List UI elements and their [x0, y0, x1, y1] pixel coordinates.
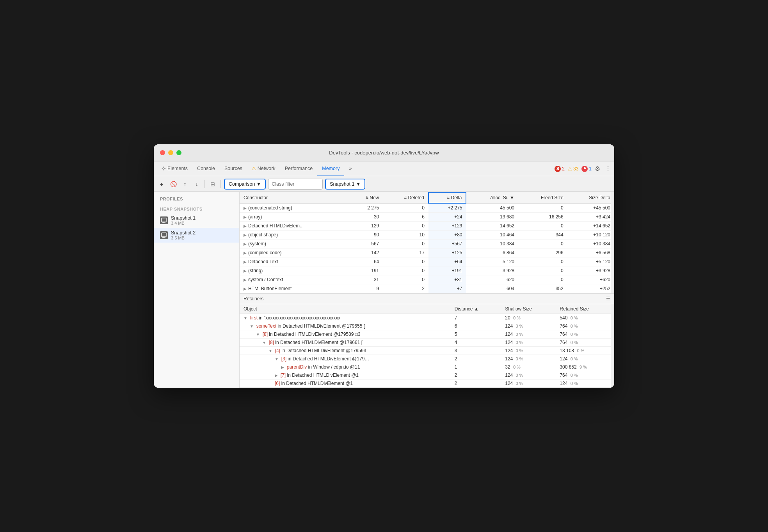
table-row[interactable]: ▶(string) 191 0 +191 3 928 0 +3 928 [240, 266, 614, 275]
expand-arrow[interactable]: ▶ [244, 278, 247, 282]
retainers-row[interactable]: [6] in Detached HTMLDivElement @1 2 124 … [240, 379, 614, 388]
titlebar: DevTools - codepen.io/web-dot-dev/live/L… [154, 144, 614, 161]
tab-memory[interactable]: Memory [317, 161, 344, 176]
col-delta[interactable]: # Delta [428, 192, 466, 203]
tab-icons: ⚙ ⋮ [595, 165, 611, 172]
clear-button[interactable]: 🚫 [169, 179, 178, 189]
maximize-button[interactable] [176, 150, 181, 155]
ret-expand-arrow[interactable]: ▼ [268, 349, 274, 353]
shallow-pct: 0 % [516, 381, 523, 386]
retainers-row[interactable]: ▶ parentDiv in Window / cdpn.io @11 1 32… [240, 363, 614, 371]
upload-button[interactable]: ↑ [180, 179, 190, 189]
cell-alloc: 6 864 [466, 248, 518, 257]
retainers-row[interactable]: ▼ [8] in Detached HTMLDivElement @179589… [240, 330, 614, 339]
cell-distance: 2 [451, 371, 501, 379]
col-constructor[interactable]: Constructor [240, 192, 349, 203]
ret-expand-arrow[interactable]: ▼ [244, 316, 249, 320]
ret-key: [3] [281, 356, 286, 362]
col-freed[interactable]: Freed Size [518, 192, 567, 203]
close-button[interactable] [160, 150, 165, 155]
ret-rest: in Detached HTMLDivElement @179593 [280, 348, 366, 353]
cell-freed: 0 [518, 239, 567, 248]
record-button[interactable]: ● [157, 179, 166, 189]
retainers-row[interactable]: ▼ first in "xxxxxxxxxxxxxxxxxxxxxxxxxxxx… [240, 314, 614, 322]
settings-icon[interactable]: ⚙ [595, 165, 600, 172]
col-size-delta[interactable]: Size Delta [567, 192, 614, 203]
table-row[interactable]: ▶(compiled code) 142 17 +125 6 864 296 +… [240, 248, 614, 257]
col-deleted[interactable]: # Deleted [383, 192, 428, 203]
table-row[interactable]: ▶(concatenated string) 2 275 0 +2 275 45… [240, 203, 614, 213]
ret-col-shallow[interactable]: Shallow Size [501, 304, 556, 314]
settings-button[interactable]: ⊟ [208, 179, 217, 189]
table-row[interactable]: ▶(system) 567 0 +567 10 384 0 +10 384 [240, 239, 614, 248]
retainers-row[interactable]: ▼ [3] in Detached HTMLDivElement @179… 2… [240, 355, 614, 363]
ret-expand-arrow[interactable]: ▶ [281, 365, 285, 369]
snapshot-icon-2 [160, 231, 168, 239]
scrollbar-right[interactable] [611, 192, 614, 293]
ret-col-distance[interactable]: Distance ▲ [451, 304, 501, 314]
ret-expand-arrow[interactable]: ▶ [275, 373, 279, 378]
cell-object: ▶ [7] in Detached HTMLDivElement @1 [240, 371, 451, 379]
expand-arrow[interactable]: ▶ [244, 260, 247, 264]
expand-arrow[interactable]: ▶ [244, 251, 247, 255]
download-button[interactable]: ↓ [192, 179, 201, 189]
col-new[interactable]: # New [349, 192, 383, 203]
cell-alloc: 10 464 [466, 231, 518, 239]
tab-elements[interactable]: ⊹ Elements [157, 161, 192, 176]
table-row[interactable]: ▶(array) 30 6 +24 19 680 16 256 +3 424 [240, 213, 614, 222]
info-badge-circle: ⚑ [581, 166, 588, 172]
ret-expand-arrow[interactable]: ▼ [250, 324, 255, 328]
ret-rest: in Detached HTMLDivElement @179589 □3 [268, 332, 361, 337]
table-row[interactable]: ▶Detached HTMLDivElem... 129 0 +129 14 6… [240, 222, 614, 231]
retainers-row[interactable]: ▼ [4] in Detached HTMLDivElement @179593… [240, 347, 614, 355]
svg-rect-3 [162, 233, 166, 237]
cell-size-delta: +6 568 [567, 248, 614, 257]
more-icon[interactable]: ⋮ [605, 165, 611, 172]
table-row[interactable]: ▶Detached Text 64 0 +64 5 120 0 +5 120 [240, 257, 614, 266]
ret-expand-arrow[interactable]: ▼ [256, 332, 261, 337]
ret-col-object[interactable]: Object [240, 304, 451, 314]
retained-pct: 0 % [571, 332, 578, 337]
minimize-button[interactable] [168, 150, 173, 155]
retainers-scrollbar[interactable] [611, 304, 614, 388]
tab-sources[interactable]: Sources [220, 161, 247, 176]
cell-alloc: 604 [466, 284, 518, 293]
expand-arrow[interactable]: ▶ [244, 215, 247, 219]
shallow-pct: 0 % [516, 356, 523, 361]
ret-expand-arrow[interactable]: ▼ [275, 357, 280, 361]
cell-deleted: 10 [383, 231, 428, 239]
retainers-row[interactable]: ▶ [7] in Detached HTMLDivElement @1 2 12… [240, 371, 614, 379]
retained-pct: 0 % [571, 340, 578, 345]
retainers-row[interactable]: ▼ [8] in Detached HTMLDivElement @179661… [240, 339, 614, 347]
expand-arrow[interactable]: ▶ [244, 242, 247, 246]
expand-arrow[interactable]: ▶ [244, 206, 247, 210]
cell-constructor: ▶HTMLButtonElement [240, 284, 349, 293]
comparison-dropdown[interactable]: Comparison ▼ [224, 179, 266, 190]
ret-col-retained[interactable]: Retained Size [556, 304, 614, 314]
cell-constructor: ▶(string) [240, 266, 349, 275]
expand-arrow[interactable]: ▶ [244, 224, 247, 228]
retainers-row[interactable]: ▼ someText in Detached HTMLDivElement @1… [240, 322, 614, 330]
cell-alloc: 45 500 [466, 203, 518, 213]
snapshot-item-1[interactable]: Snapshot 1 3.4 MB [154, 213, 239, 228]
tab-console[interactable]: Console [192, 161, 220, 176]
ret-rest: in Detached HTMLDivElement @179655 [ [276, 323, 365, 329]
class-filter-input[interactable] [268, 179, 323, 190]
table-row[interactable]: ▶system / Context 31 0 +31 620 0 +620 [240, 275, 614, 284]
cell-alloc: 14 652 [466, 222, 518, 231]
snapshot-2-size: 3.5 MB [171, 236, 196, 240]
expand-arrow[interactable]: ▶ [244, 287, 247, 291]
snapshot-item-2[interactable]: Snapshot 2 3.5 MB [154, 228, 239, 243]
expand-arrow[interactable]: ▶ [244, 269, 247, 273]
tab-console-label: Console [197, 166, 215, 171]
snapshot-dropdown[interactable]: Snapshot 1 ▼ [325, 179, 365, 190]
expand-arrow[interactable]: ▶ [244, 233, 247, 237]
tab-network[interactable]: ⚠ Network [247, 161, 280, 176]
col-alloc[interactable]: Alloc. Si. ▼ [466, 192, 518, 203]
table-row[interactable]: ▶(object shape) 90 10 +80 10 464 344 +10… [240, 231, 614, 239]
tab-more[interactable]: » [344, 161, 356, 176]
table-row[interactable]: ▶HTMLButtonElement 9 2 +7 604 352 +252 [240, 284, 614, 293]
ret-expand-arrow[interactable]: ▼ [262, 340, 267, 345]
cell-deleted: 0 [383, 222, 428, 231]
tab-performance[interactable]: Performance [280, 161, 318, 176]
